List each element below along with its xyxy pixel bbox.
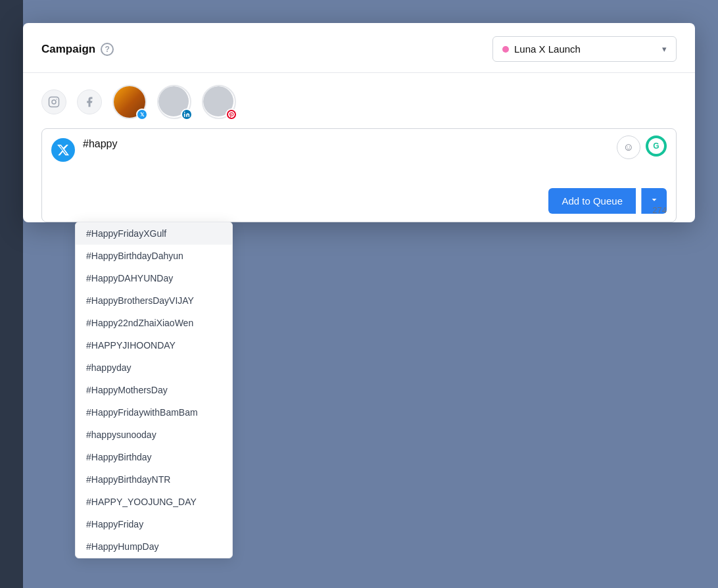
campaign-dropdown[interactable]: Luna X Launch ▾ — [492, 36, 677, 62]
emoji-button[interactable]: ☺ — [617, 135, 640, 159]
hashtag-suggestion-8[interactable]: #HappyMothersDay — [76, 379, 232, 401]
hashtag-suggestion-7[interactable]: #happyday — [76, 356, 232, 379]
linkedin-account[interactable] — [157, 85, 191, 119]
hashtag-suggestion-4[interactable]: #HappyBrothersDayVIJAY — [76, 289, 232, 312]
campaign-dot — [502, 46, 509, 53]
hashtag-suggestion-5[interactable]: #Happy22ndZhaiXiaoWen — [76, 312, 232, 334]
hashtag-suggestion-6[interactable]: #HAPPYJIHOONDAY — [76, 334, 232, 356]
twitter-primary-account[interactable]: 𝕏 — [112, 85, 147, 119]
twitter-badge-icon: 𝕏 — [136, 109, 148, 120]
pinterest-account[interactable] — [202, 85, 236, 119]
modal-dialog: Campaign ? Luna X Launch ▾ — [23, 23, 695, 222]
hashtag-suggestion-10[interactable]: #happysunooday — [76, 424, 232, 446]
instagram-account-icon[interactable] — [41, 89, 66, 114]
linkedin-badge-icon — [181, 109, 193, 120]
hashtag-suggestion-13[interactable]: #HAPPY_YOOJUNG_DAY — [76, 491, 232, 513]
hashtag-suggestion-9[interactable]: #HappyFridaywithBamBam — [76, 401, 232, 424]
compose-input[interactable]: #happy — [83, 138, 667, 178]
svg-point-1 — [52, 100, 56, 104]
grammarly-button[interactable]: G — [646, 135, 667, 157]
hashtag-suggestion-12[interactable]: #HappyBirthdayNTR — [76, 468, 232, 491]
hashtag-suggestion-3[interactable]: #HappyDAHYUNDay — [76, 267, 232, 289]
emoji-icon: ☺ — [623, 141, 634, 153]
add-to-queue-button[interactable]: Add to Queue — [548, 188, 636, 214]
campaign-text: Campaign — [41, 43, 95, 56]
compose-area: #happy ☺ G 274 Add to Queue — [23, 128, 695, 222]
char-count: 274 — [652, 205, 667, 215]
campaign-label: Campaign ? — [41, 43, 114, 56]
compose-footer: Add to Queue — [42, 180, 676, 222]
compose-box: #happy ☺ G 274 Add to Queue — [41, 128, 677, 222]
hashtag-suggestion-2[interactable]: #HappyBirthdayDahyun — [76, 245, 232, 267]
hashtag-suggestion-15[interactable]: #HappyHumpDay — [76, 535, 232, 558]
chevron-down-icon: ▾ — [662, 44, 667, 54]
sidebar — [0, 0, 23, 588]
facebook-account-icon[interactable] — [77, 89, 102, 114]
text-input-area: #happy — [83, 138, 667, 180]
avatar-row: 𝕏 — [23, 73, 695, 128]
svg-rect-0 — [49, 97, 59, 107]
svg-point-3 — [184, 112, 185, 113]
pinterest-badge-icon — [226, 109, 237, 120]
hashtag-dropdown: #HappyFridayXGulf #HappyBirthdayDahyun #… — [75, 222, 233, 558]
hashtag-suggestion-11[interactable]: #HappyBirthday — [76, 446, 232, 468]
hashtag-suggestion-1[interactable]: #HappyFridayXGulf — [76, 222, 232, 245]
compose-inner: #happy ☺ G — [42, 129, 676, 180]
campaign-name: Luna X Launch — [514, 43, 657, 55]
svg-point-2 — [56, 99, 57, 100]
modal-header: Campaign ? Luna X Launch ▾ — [23, 23, 695, 73]
hashtag-suggestion-14[interactable]: #HappyFriday — [76, 513, 232, 535]
help-icon[interactable]: ? — [101, 43, 114, 56]
twitter-compose-icon — [51, 138, 75, 162]
grammarly-icon: G — [648, 138, 664, 154]
